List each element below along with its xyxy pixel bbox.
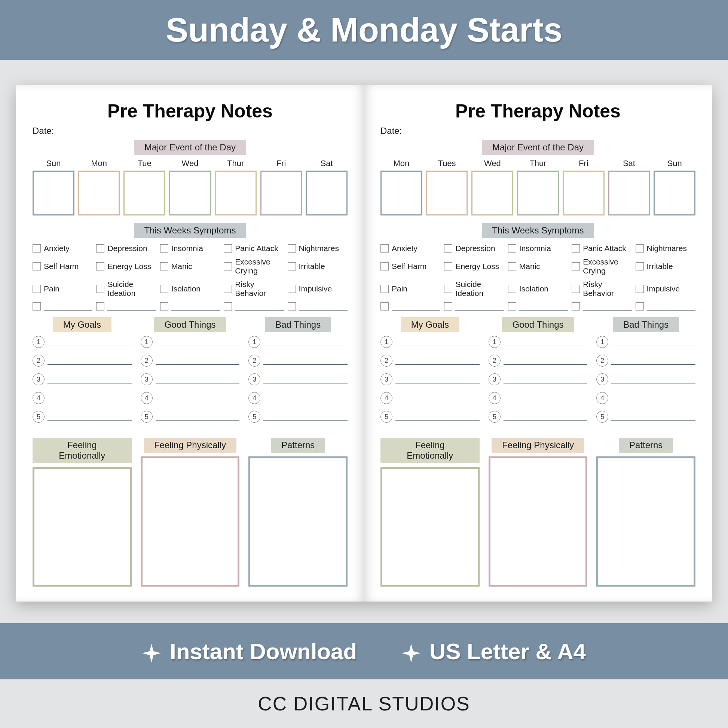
- checkbox[interactable]: [444, 262, 452, 271]
- day-box[interactable]: [471, 171, 513, 216]
- day-box[interactable]: [653, 171, 696, 216]
- day-box[interactable]: [260, 171, 302, 216]
- list-line[interactable]: [503, 338, 588, 346]
- checkbox[interactable]: [96, 285, 104, 293]
- checkbox[interactable]: [96, 262, 104, 271]
- day-box[interactable]: [32, 171, 75, 216]
- write-in-line[interactable]: [107, 303, 156, 310]
- list-line[interactable]: [611, 356, 696, 365]
- list-line[interactable]: [395, 375, 480, 384]
- write-in-line[interactable]: [583, 303, 632, 310]
- checkbox[interactable]: [508, 244, 516, 252]
- checkbox[interactable]: [508, 262, 516, 271]
- write-in-line[interactable]: [299, 303, 347, 310]
- checkbox[interactable]: [572, 244, 580, 252]
- list-line[interactable]: [263, 375, 347, 384]
- checkbox[interactable]: [32, 302, 41, 310]
- write-in-line[interactable]: [171, 303, 220, 310]
- checkbox[interactable]: [96, 244, 104, 252]
- checkbox[interactable]: [636, 262, 644, 271]
- checkbox[interactable]: [224, 262, 232, 271]
- write-in-line[interactable]: [647, 303, 696, 310]
- list-line[interactable]: [611, 375, 696, 384]
- feeling-physically-box[interactable]: [141, 456, 240, 587]
- checkbox[interactable]: [160, 302, 168, 310]
- list-line[interactable]: [263, 356, 347, 365]
- checkbox[interactable]: [32, 262, 41, 271]
- checkbox[interactable]: [288, 244, 296, 252]
- write-in-line[interactable]: [235, 303, 284, 310]
- checkbox[interactable]: [224, 285, 232, 293]
- list-line[interactable]: [395, 356, 480, 365]
- patterns-box[interactable]: [248, 456, 347, 587]
- checkbox[interactable]: [572, 302, 580, 310]
- day-box[interactable]: [124, 171, 165, 216]
- checkbox[interactable]: [160, 244, 168, 252]
- checkbox[interactable]: [636, 244, 644, 252]
- checkbox[interactable]: [572, 285, 580, 293]
- list-line[interactable]: [156, 338, 240, 346]
- patterns-box[interactable]: [596, 456, 696, 587]
- list-line[interactable]: [156, 413, 240, 421]
- list-line[interactable]: [47, 394, 132, 402]
- date-input-line[interactable]: [405, 128, 473, 136]
- day-box[interactable]: [306, 171, 347, 216]
- list-line[interactable]: [47, 338, 132, 346]
- day-box[interactable]: [563, 171, 604, 216]
- list-line[interactable]: [47, 375, 132, 384]
- checkbox[interactable]: [288, 302, 296, 310]
- checkbox[interactable]: [96, 302, 104, 310]
- write-in-line[interactable]: [392, 303, 440, 310]
- checkbox[interactable]: [444, 302, 452, 310]
- list-line[interactable]: [395, 413, 480, 421]
- checkbox[interactable]: [288, 285, 296, 293]
- checkbox[interactable]: [381, 244, 389, 252]
- day-box[interactable]: [215, 171, 257, 216]
- list-line[interactable]: [47, 356, 132, 365]
- checkbox[interactable]: [32, 285, 41, 293]
- day-box[interactable]: [381, 171, 422, 216]
- day-box[interactable]: [517, 171, 559, 216]
- list-line[interactable]: [395, 394, 480, 402]
- list-line[interactable]: [263, 338, 347, 346]
- feeling-physically-box[interactable]: [489, 456, 588, 587]
- checkbox[interactable]: [636, 285, 644, 293]
- checkbox[interactable]: [636, 302, 644, 310]
- list-line[interactable]: [156, 375, 240, 384]
- checkbox[interactable]: [381, 285, 389, 293]
- list-line[interactable]: [503, 394, 588, 402]
- checkbox[interactable]: [381, 262, 389, 271]
- list-line[interactable]: [611, 394, 696, 402]
- list-line[interactable]: [263, 413, 347, 421]
- day-box[interactable]: [78, 171, 120, 216]
- checkbox[interactable]: [381, 302, 389, 310]
- checkbox[interactable]: [224, 302, 232, 310]
- checkbox[interactable]: [572, 262, 580, 271]
- checkbox[interactable]: [444, 244, 452, 252]
- write-in-line[interactable]: [519, 303, 568, 310]
- list-line[interactable]: [263, 394, 347, 402]
- list-line[interactable]: [503, 356, 588, 365]
- write-in-line[interactable]: [44, 303, 92, 310]
- write-in-line[interactable]: [455, 303, 504, 310]
- date-input-line[interactable]: [58, 128, 125, 136]
- checkbox[interactable]: [508, 302, 516, 310]
- list-line[interactable]: [47, 413, 132, 421]
- checkbox[interactable]: [224, 244, 232, 252]
- feeling-emotionally-box[interactable]: [32, 467, 132, 587]
- checkbox[interactable]: [444, 285, 452, 293]
- checkbox[interactable]: [288, 262, 296, 271]
- day-box[interactable]: [426, 171, 468, 216]
- list-line[interactable]: [156, 356, 240, 365]
- list-line[interactable]: [156, 394, 240, 402]
- list-line[interactable]: [611, 338, 696, 346]
- list-line[interactable]: [611, 413, 696, 421]
- list-line[interactable]: [395, 338, 480, 346]
- checkbox[interactable]: [160, 262, 168, 271]
- checkbox[interactable]: [32, 244, 41, 252]
- day-box[interactable]: [608, 171, 650, 216]
- day-box[interactable]: [169, 171, 211, 216]
- list-line[interactable]: [503, 375, 588, 384]
- list-line[interactable]: [503, 413, 588, 421]
- feeling-emotionally-box[interactable]: [381, 467, 480, 587]
